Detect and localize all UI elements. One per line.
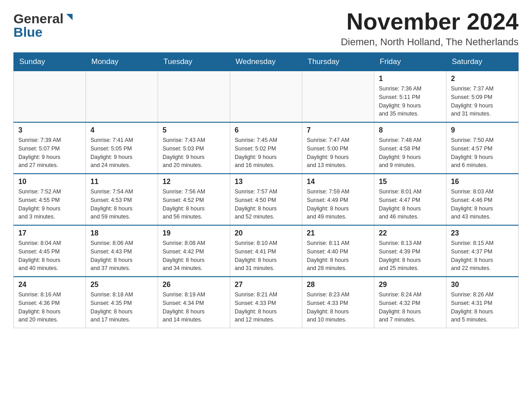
day-number: 29 bbox=[379, 281, 442, 289]
calendar-cell: 23Sunrise: 8:15 AMSunset: 4:37 PMDayligh… bbox=[446, 225, 519, 277]
day-info: Sunrise: 7:47 AMSunset: 5:00 PMDaylight:… bbox=[307, 136, 369, 170]
calendar-cell: 20Sunrise: 8:10 AMSunset: 4:41 PMDayligh… bbox=[230, 225, 302, 277]
day-info: Sunrise: 7:45 AMSunset: 5:02 PMDaylight:… bbox=[235, 136, 297, 170]
day-number: 24 bbox=[18, 281, 81, 289]
calendar-cell: 21Sunrise: 8:11 AMSunset: 4:40 PMDayligh… bbox=[302, 225, 374, 277]
logo-general-text: General bbox=[13, 11, 64, 26]
calendar-cell bbox=[14, 71, 86, 123]
logo-blue-text: Blue bbox=[13, 25, 43, 40]
calendar-cell: 4Sunrise: 7:41 AMSunset: 5:05 PMDaylight… bbox=[86, 122, 158, 174]
calendar-cell: 27Sunrise: 8:21 AMSunset: 4:33 PMDayligh… bbox=[230, 277, 302, 328]
header-day-monday: Monday bbox=[86, 53, 158, 71]
day-info: Sunrise: 7:48 AMSunset: 4:58 PMDaylight:… bbox=[379, 136, 442, 170]
header-day-wednesday: Wednesday bbox=[230, 53, 302, 71]
day-info: Sunrise: 7:57 AMSunset: 4:50 PMDaylight:… bbox=[235, 188, 297, 221]
day-number: 15 bbox=[379, 178, 442, 186]
header-day-thursday: Thursday bbox=[302, 53, 374, 71]
calendar-cell: 9Sunrise: 7:50 AMSunset: 4:57 PMDaylight… bbox=[446, 122, 519, 174]
day-number: 26 bbox=[163, 281, 225, 289]
logo: General Blue bbox=[13, 9, 74, 40]
day-number: 17 bbox=[18, 229, 81, 237]
calendar-cell: 18Sunrise: 8:06 AMSunset: 4:43 PMDayligh… bbox=[86, 225, 158, 277]
page-header: General Blue November 2024 Diemen, North… bbox=[13, 9, 519, 48]
day-number: 3 bbox=[18, 126, 81, 134]
day-number: 9 bbox=[451, 126, 514, 134]
calendar-cell bbox=[158, 71, 230, 123]
calendar-cell: 19Sunrise: 8:08 AMSunset: 4:42 PMDayligh… bbox=[158, 225, 230, 277]
day-number: 13 bbox=[235, 178, 297, 186]
day-info: Sunrise: 8:03 AMSunset: 4:46 PMDaylight:… bbox=[451, 188, 514, 221]
day-number: 4 bbox=[90, 126, 153, 134]
day-number: 27 bbox=[235, 281, 297, 289]
day-number: 21 bbox=[307, 229, 369, 237]
day-info: Sunrise: 7:50 AMSunset: 4:57 PMDaylight:… bbox=[451, 136, 514, 170]
calendar-cell: 7Sunrise: 7:47 AMSunset: 5:00 PMDaylight… bbox=[302, 122, 374, 174]
calendar-header-row: SundayMondayTuesdayWednesdayThursdayFrid… bbox=[14, 53, 519, 71]
calendar-table: SundayMondayTuesdayWednesdayThursdayFrid… bbox=[13, 52, 519, 328]
day-number: 1 bbox=[379, 75, 442, 83]
day-info: Sunrise: 7:59 AMSunset: 4:49 PMDaylight:… bbox=[307, 188, 369, 221]
day-number: 18 bbox=[90, 229, 153, 237]
calendar-cell: 14Sunrise: 7:59 AMSunset: 4:49 PMDayligh… bbox=[302, 174, 374, 225]
day-info: Sunrise: 8:06 AMSunset: 4:43 PMDaylight:… bbox=[90, 239, 153, 273]
week-row-2: 3Sunrise: 7:39 AMSunset: 5:07 PMDaylight… bbox=[14, 122, 519, 174]
calendar-cell: 12Sunrise: 7:56 AMSunset: 4:52 PMDayligh… bbox=[158, 174, 230, 225]
week-row-1: 1Sunrise: 7:36 AMSunset: 5:11 PMDaylight… bbox=[14, 71, 519, 123]
logo-arrow-icon bbox=[64, 12, 74, 24]
calendar-cell: 13Sunrise: 7:57 AMSunset: 4:50 PMDayligh… bbox=[230, 174, 302, 225]
calendar-cell: 17Sunrise: 8:04 AMSunset: 4:45 PMDayligh… bbox=[14, 225, 86, 277]
day-number: 10 bbox=[18, 178, 81, 186]
day-info: Sunrise: 8:15 AMSunset: 4:37 PMDaylight:… bbox=[451, 239, 514, 273]
day-info: Sunrise: 8:10 AMSunset: 4:41 PMDaylight:… bbox=[235, 239, 297, 273]
week-row-4: 17Sunrise: 8:04 AMSunset: 4:45 PMDayligh… bbox=[14, 225, 519, 277]
day-number: 5 bbox=[163, 126, 225, 134]
calendar-cell: 22Sunrise: 8:13 AMSunset: 4:39 PMDayligh… bbox=[374, 225, 446, 277]
day-number: 7 bbox=[307, 126, 369, 134]
day-info: Sunrise: 8:16 AMSunset: 4:36 PMDaylight:… bbox=[18, 291, 81, 324]
day-info: Sunrise: 8:13 AMSunset: 4:39 PMDaylight:… bbox=[379, 239, 442, 273]
week-row-3: 10Sunrise: 7:52 AMSunset: 4:55 PMDayligh… bbox=[14, 174, 519, 225]
day-number: 19 bbox=[163, 229, 225, 237]
day-number: 28 bbox=[307, 281, 369, 289]
day-info: Sunrise: 8:01 AMSunset: 4:47 PMDaylight:… bbox=[379, 188, 442, 221]
day-info: Sunrise: 7:52 AMSunset: 4:55 PMDaylight:… bbox=[18, 188, 81, 221]
day-info: Sunrise: 7:56 AMSunset: 4:52 PMDaylight:… bbox=[163, 188, 225, 221]
calendar-cell: 15Sunrise: 8:01 AMSunset: 4:47 PMDayligh… bbox=[374, 174, 446, 225]
day-info: Sunrise: 7:43 AMSunset: 5:03 PMDaylight:… bbox=[163, 136, 225, 170]
location-title: Diemen, North Holland, The Netherlands bbox=[341, 36, 519, 48]
day-info: Sunrise: 7:37 AMSunset: 5:09 PMDaylight:… bbox=[451, 85, 514, 118]
calendar-cell: 2Sunrise: 7:37 AMSunset: 5:09 PMDaylight… bbox=[446, 71, 519, 123]
day-info: Sunrise: 8:26 AMSunset: 4:31 PMDaylight:… bbox=[451, 291, 514, 324]
title-section: November 2024 Diemen, North Holland, The… bbox=[341, 9, 519, 48]
day-number: 23 bbox=[451, 229, 514, 237]
calendar-cell: 28Sunrise: 8:23 AMSunset: 4:33 PMDayligh… bbox=[302, 277, 374, 328]
day-info: Sunrise: 8:19 AMSunset: 4:34 PMDaylight:… bbox=[163, 291, 225, 324]
day-number: 14 bbox=[307, 178, 369, 186]
calendar-cell: 8Sunrise: 7:48 AMSunset: 4:58 PMDaylight… bbox=[374, 122, 446, 174]
calendar-cell: 11Sunrise: 7:54 AMSunset: 4:53 PMDayligh… bbox=[86, 174, 158, 225]
day-info: Sunrise: 8:21 AMSunset: 4:33 PMDaylight:… bbox=[235, 291, 297, 324]
calendar-cell: 24Sunrise: 8:16 AMSunset: 4:36 PMDayligh… bbox=[14, 277, 86, 328]
day-info: Sunrise: 8:11 AMSunset: 4:40 PMDaylight:… bbox=[307, 239, 369, 273]
day-number: 12 bbox=[163, 178, 225, 186]
calendar-cell: 6Sunrise: 7:45 AMSunset: 5:02 PMDaylight… bbox=[230, 122, 302, 174]
calendar-cell bbox=[86, 71, 158, 123]
day-number: 20 bbox=[235, 229, 297, 237]
day-number: 2 bbox=[451, 75, 514, 83]
month-title: November 2024 bbox=[341, 9, 519, 34]
calendar-cell: 29Sunrise: 8:24 AMSunset: 4:32 PMDayligh… bbox=[374, 277, 446, 328]
day-info: Sunrise: 8:04 AMSunset: 4:45 PMDaylight:… bbox=[18, 239, 81, 273]
day-info: Sunrise: 8:24 AMSunset: 4:32 PMDaylight:… bbox=[379, 291, 442, 324]
day-info: Sunrise: 8:08 AMSunset: 4:42 PMDaylight:… bbox=[163, 239, 225, 273]
header-day-sunday: Sunday bbox=[14, 53, 86, 71]
calendar-cell: 25Sunrise: 8:18 AMSunset: 4:35 PMDayligh… bbox=[86, 277, 158, 328]
day-info: Sunrise: 7:54 AMSunset: 4:53 PMDaylight:… bbox=[90, 188, 153, 221]
day-number: 22 bbox=[379, 229, 442, 237]
day-info: Sunrise: 7:39 AMSunset: 5:07 PMDaylight:… bbox=[18, 136, 81, 170]
day-info: Sunrise: 8:18 AMSunset: 4:35 PMDaylight:… bbox=[90, 291, 153, 324]
calendar-cell: 30Sunrise: 8:26 AMSunset: 4:31 PMDayligh… bbox=[446, 277, 519, 328]
day-number: 30 bbox=[451, 281, 514, 289]
calendar-cell: 10Sunrise: 7:52 AMSunset: 4:55 PMDayligh… bbox=[14, 174, 86, 225]
header-day-saturday: Saturday bbox=[446, 53, 519, 71]
calendar-cell: 26Sunrise: 8:19 AMSunset: 4:34 PMDayligh… bbox=[158, 277, 230, 328]
